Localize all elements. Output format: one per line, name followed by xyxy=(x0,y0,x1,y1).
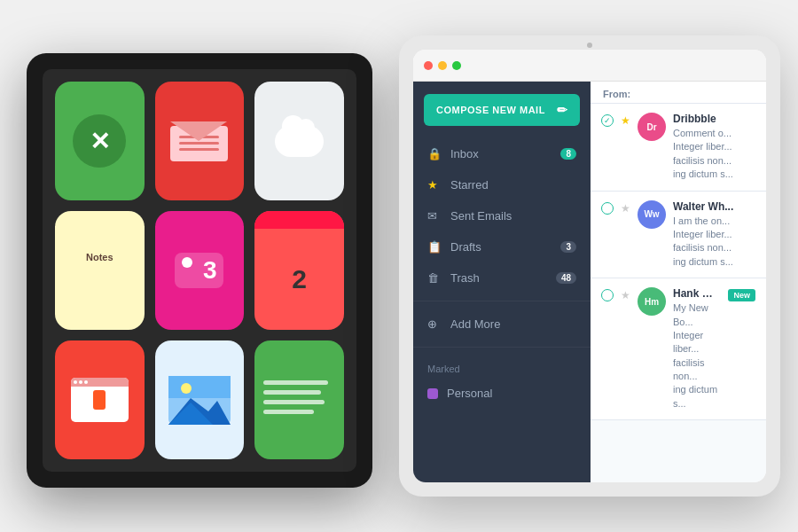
chrome-maximize-dot[interactable] xyxy=(452,61,461,70)
browser-content xyxy=(71,387,129,413)
calendar-top-bar xyxy=(254,211,344,229)
app-icon-photos[interactable] xyxy=(155,340,245,459)
inbox-icon: 🔒 xyxy=(427,147,442,160)
new-badge-hank: New xyxy=(728,289,755,301)
marked-section-title: Marked xyxy=(413,355,591,379)
browser-dot xyxy=(74,380,77,384)
white-tablet-screen: COMPOSE NEW MAIL ✏ 🔒 Inbox 8 ★ Starred ✉ xyxy=(413,50,766,482)
app-icon-clock[interactable]: ✕ xyxy=(55,82,145,200)
drafts-icon: 📋 xyxy=(427,240,442,254)
calendar-body: 2 xyxy=(254,229,344,330)
browser-bar xyxy=(71,378,129,387)
app-icon-mail[interactable] xyxy=(155,82,245,200)
nav-item-drafts[interactable]: 📋 Drafts 3 xyxy=(413,231,591,262)
clock-x-symbol: ✕ xyxy=(90,127,110,156)
browser-window xyxy=(71,378,129,422)
calendar-container: 2 xyxy=(254,211,344,330)
badge-card: 3 xyxy=(175,253,223,288)
email-avatar-walter: Ww xyxy=(638,200,666,229)
email-sender-dribbble: Dribbble xyxy=(673,113,755,125)
app-icon-calendar[interactable]: 2 xyxy=(254,211,344,330)
email-check-hank[interactable] xyxy=(601,289,614,301)
mail-flap xyxy=(170,121,227,141)
calendar-date: 2 xyxy=(292,264,307,294)
nav-item-trash[interactable]: 🗑 Trash 48 xyxy=(413,262,591,293)
mail-line xyxy=(179,142,219,145)
app-icon-badge[interactable]: 3 xyxy=(155,211,245,330)
browser-dot xyxy=(79,380,82,384)
scene: ✕ xyxy=(18,18,780,514)
trash-icon: 🗑 xyxy=(427,271,442,285)
nav-sent-label: Sent Emails xyxy=(450,209,512,223)
personal-icon xyxy=(427,388,438,399)
nav-divider xyxy=(413,301,591,301)
nav-drafts-label: Drafts xyxy=(450,240,481,254)
email-panel: From: ★ Dr Dribbble Comment o...Integer … xyxy=(591,82,766,482)
email-avatar-hank: Hm xyxy=(638,287,666,316)
nav-item-inbox[interactable]: 🔒 Inbox 8 xyxy=(413,138,591,169)
mail-envelope xyxy=(170,121,228,161)
chrome-close-dot[interactable] xyxy=(424,61,433,70)
dark-tablet: ✕ xyxy=(27,53,372,488)
email-star-hank[interactable]: ★ xyxy=(621,289,630,301)
email-content-walter: Walter Wh... I am the on...Integer liber… xyxy=(673,200,755,270)
list-line xyxy=(263,400,325,404)
email-star-dribbble[interactable]: ★ xyxy=(621,114,630,127)
email-item-hank[interactable]: ★ Hm Hank Moo... My New Bo...Integer lib… xyxy=(591,278,766,420)
compose-button-label: COMPOSE NEW MAIL xyxy=(436,105,545,115)
list-lines xyxy=(254,372,344,428)
sidebar: COMPOSE NEW MAIL ✏ 🔒 Inbox 8 ★ Starred ✉ xyxy=(413,82,591,482)
nav-inbox-label: Inbox xyxy=(450,147,479,160)
photos-svg xyxy=(168,376,231,425)
nav-item-starred[interactable]: ★ Starred xyxy=(413,169,591,200)
dark-tablet-screen: ✕ xyxy=(43,69,356,472)
app-icon-list[interactable] xyxy=(254,340,344,459)
nav-item-sent[interactable]: ✉ Sent Emails xyxy=(413,200,591,231)
chrome-minimize-dot[interactable] xyxy=(438,61,447,70)
add-more-icon: ⊕ xyxy=(427,317,442,331)
email-content-hank: Hank Moo... My New Bo...Integer liber...… xyxy=(673,287,721,411)
nav-item-add-more[interactable]: ⊕ Add More xyxy=(413,309,591,340)
email-item-walter[interactable]: ★ Ww Walter Wh... I am the on...Integer … xyxy=(591,192,766,279)
nav-personal-label: Personal xyxy=(447,387,492,400)
starred-icon: ★ xyxy=(427,178,442,192)
nav-starred-label: Starred xyxy=(450,178,489,192)
email-content-dribbble: Dribbble Comment o...Integer liber...fac… xyxy=(673,113,755,182)
email-star-walter[interactable]: ★ xyxy=(621,202,630,215)
svg-point-4 xyxy=(181,383,192,394)
email-sender-hank: Hank Moo... xyxy=(673,287,721,300)
email-preview-hank: My New Bo...Integer liber...facilisis no… xyxy=(673,301,721,411)
badge-number: 3 xyxy=(203,256,217,285)
from-label: From: xyxy=(591,82,766,104)
email-preview-dribbble: Comment o...Integer liber...facilisis no… xyxy=(673,127,755,182)
email-check-walter[interactable] xyxy=(601,202,614,215)
compose-icon: ✏ xyxy=(557,103,568,117)
trash-badge: 48 xyxy=(556,272,576,284)
inbox-badge: 8 xyxy=(560,148,576,160)
notes-label: Notes xyxy=(86,252,113,262)
email-item-dribbble[interactable]: ★ Dr Dribbble Comment o...Integer liber.… xyxy=(591,104,766,192)
nav-divider-2 xyxy=(413,347,591,348)
clock-face: ✕ xyxy=(73,114,126,168)
badge-dot xyxy=(182,257,192,268)
app-content: COMPOSE NEW MAIL ✏ 🔒 Inbox 8 ★ Starred ✉ xyxy=(413,82,766,482)
phone-shape xyxy=(93,390,106,410)
compose-button[interactable]: COMPOSE NEW MAIL ✏ xyxy=(424,94,580,126)
nav-add-more-label: Add More xyxy=(450,317,500,331)
app-icon-browser[interactable] xyxy=(55,340,145,459)
sent-icon: ✉ xyxy=(427,209,442,223)
list-line xyxy=(263,380,328,385)
app-icon-cloud[interactable] xyxy=(254,82,344,200)
app-icon-notes[interactable]: Notes xyxy=(55,211,145,330)
white-tablet: COMPOSE NEW MAIL ✏ 🔒 Inbox 8 ★ Starred ✉ xyxy=(399,35,780,497)
svg-rect-1 xyxy=(168,376,231,398)
tablet-camera xyxy=(587,43,592,48)
nav-trash-label: Trash xyxy=(450,271,480,285)
email-preview-walter: I am the on...Integer liber...facilisis … xyxy=(673,215,755,270)
email-check-dribbble[interactable] xyxy=(601,114,614,127)
nav-item-personal[interactable]: Personal xyxy=(413,379,591,407)
email-sender-walter: Walter Wh... xyxy=(673,200,755,213)
email-avatar-dribbble: Dr xyxy=(638,113,666,141)
list-line xyxy=(263,410,313,414)
browser-dot xyxy=(84,380,88,384)
